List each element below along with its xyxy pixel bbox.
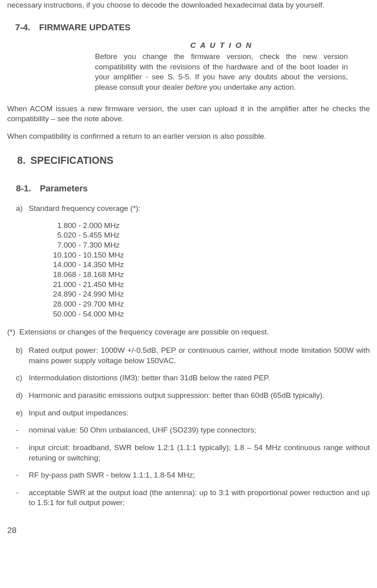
paragraph-compatibility-confirmed: When compatibility is confirmed a return… xyxy=(7,131,370,142)
freq-row: 5.020 - 5.455 MHz xyxy=(53,230,370,240)
dash-marker: - xyxy=(16,442,29,463)
item-a-text: Standard frequency coverage (*): xyxy=(29,203,370,214)
dash-item-4: - acceptable SWR at the output load (the… xyxy=(16,488,370,508)
dash-item-1: - nominal value: 50 Ohm unbalanced, UHF … xyxy=(16,425,370,435)
freq-row: 21.000 - 21.450 MHz xyxy=(53,280,370,290)
item-d-text: Harmonic and parasitic emissions output … xyxy=(29,390,370,401)
freq-row: 14.000 - 14.350 MHz xyxy=(53,260,370,270)
freq-row: 10.100 - 10.150 MHz xyxy=(53,250,370,260)
item-b-text: Rated output power: 1000W +/-0.5dB, PEP … xyxy=(29,345,370,366)
item-c-text: Intermodulation distortions (IM3): bette… xyxy=(29,373,370,383)
dash-marker: - xyxy=(16,425,29,435)
item-e: e) Input and output impedances: xyxy=(16,408,370,418)
dash-text-4: acceptable SWR at the output load (the a… xyxy=(29,488,370,508)
frequency-list: 1.800 - 2.000 MHz 5.020 - 5.455 MHz 7.00… xyxy=(53,221,370,319)
intro-text: necessary instructions, if you choose to… xyxy=(7,0,370,10)
frequency-footnote: (*) Extensions or changes of the frequen… xyxy=(7,327,370,337)
item-a-marker: a) xyxy=(16,203,29,214)
freq-row: 50.000 - 54.000 MHz xyxy=(53,309,370,319)
caution-text-after: you undertake any action. xyxy=(207,83,296,91)
heading-8-1: 8-1. Parameters xyxy=(16,183,370,195)
caution-title: C A U T I O N xyxy=(95,40,348,51)
dash-text-1: nominal value: 50 Ohm unbalanced, UHF (S… xyxy=(29,425,370,435)
dash-item-3: - RF by-pass path SWR - below 1.1:1, 1.8… xyxy=(16,470,370,480)
freq-row: 1.800 - 2.000 MHz xyxy=(53,221,370,231)
caution-block: C A U T I O N Before you change the firm… xyxy=(95,40,348,92)
paragraph-acom-new-firmware: When ACOM issues a new firmware version,… xyxy=(7,104,370,124)
freq-row: 18.068 - 18.168 MHz xyxy=(53,270,370,280)
dash-text-2: input circuit: broadband, SWR below 1.2:… xyxy=(29,442,370,463)
item-c-marker: c) xyxy=(16,373,29,383)
item-b-marker: b) xyxy=(16,345,29,366)
freq-row: 28.000 - 29.700 MHz xyxy=(53,299,370,309)
freq-row: 24.890 - 24.990 MHz xyxy=(53,289,370,299)
dash-text-3: RF by-pass path SWR - below 1.1:1, 1.8-5… xyxy=(29,470,370,480)
item-d-marker: d) xyxy=(16,390,29,401)
caution-text-italic: before xyxy=(186,83,207,91)
item-d: d) Harmonic and parasitic emissions outp… xyxy=(16,390,370,401)
freq-row: 7.000 - 7.300 MHz xyxy=(53,240,370,250)
item-e-marker: e) xyxy=(16,408,29,418)
item-b: b) Rated output power: 1000W +/-0.5dB, P… xyxy=(16,345,370,366)
page-number: 28 xyxy=(7,525,370,536)
dash-marker: - xyxy=(16,470,29,480)
item-c: c) Intermodulation distortions (IM3): be… xyxy=(16,373,370,383)
item-e-text: Input and output impedances: xyxy=(29,408,370,418)
item-a: a) Standard frequency coverage (*): xyxy=(16,203,370,214)
caution-text: Before you change the firmware version, … xyxy=(95,51,348,92)
dash-marker: - xyxy=(16,488,29,508)
dash-item-2: - input circuit: broadband, SWR below 1.… xyxy=(16,442,370,463)
heading-8: 8. SPECIFICATIONS xyxy=(17,154,370,167)
heading-7-4: 7-4. FIRMWARE UPDATES xyxy=(15,22,370,33)
